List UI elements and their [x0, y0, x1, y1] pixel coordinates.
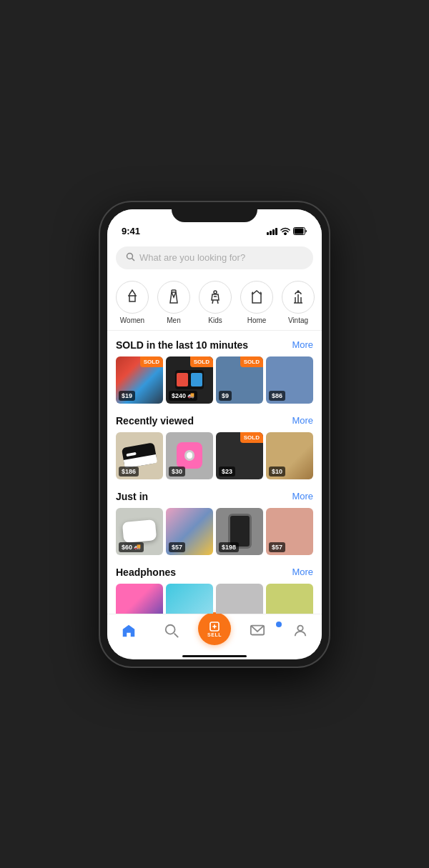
sold-price-3: $86 — [269, 391, 285, 401]
justin-item-2[interactable]: $198 — [216, 508, 263, 555]
svg-line-10 — [217, 300, 218, 304]
sold-section-title: SOLD in the last 10 minutes — [116, 339, 248, 351]
recently-viewed-section: Recently viewed More $186 — [107, 406, 322, 482]
sold-badge-2: SOLD — [240, 356, 263, 367]
justin-price-2: $198 — [219, 542, 239, 552]
status-time: 9:41 — [122, 226, 140, 236]
categories-row: Women Men — [107, 275, 322, 331]
messages-icon — [250, 623, 265, 642]
sold-price-2: $9 — [219, 391, 232, 401]
nav-profile[interactable] — [279, 623, 322, 642]
recently-viewed-more[interactable]: More — [292, 415, 313, 426]
headphones-item-1[interactable] — [166, 584, 213, 614]
sold-price-1: $240 🚚 — [169, 391, 197, 401]
recent-item-1[interactable]: $30 — [166, 432, 213, 479]
recent-item-3[interactable]: $10 — [266, 432, 313, 479]
sold-price-0: $19 — [119, 391, 135, 401]
sold-section: SOLD in the last 10 minutes More SOLD $1… — [107, 331, 322, 406]
svg-line-9 — [212, 300, 213, 304]
main-scroll[interactable]: What are you looking for? Women — [107, 241, 322, 614]
recent-item-0[interactable]: $186 — [116, 432, 163, 479]
phone-notch — [172, 202, 257, 222]
svg-point-3 — [127, 253, 133, 259]
recent-price-2: $23 — [219, 467, 235, 477]
home-indicator — [107, 657, 322, 659]
svg-point-0 — [285, 234, 286, 235]
sold-items-row: SOLD $19 SOLD $240 🚚 — [116, 356, 313, 404]
just-in-title: Just in — [116, 491, 148, 502]
headphones-item-2[interactable] — [216, 584, 263, 614]
bottom-nav: SELL — [107, 614, 322, 657]
category-men-label: Men — [167, 316, 180, 324]
svg-point-15 — [297, 291, 299, 292]
search-nav-icon — [164, 623, 179, 642]
messages-badge — [276, 622, 282, 627]
nav-search[interactable] — [150, 623, 193, 642]
sold-badge-0: SOLD — [140, 356, 163, 367]
search-placeholder: What are you looking for? — [139, 252, 245, 263]
nav-messages[interactable] — [236, 623, 279, 642]
justin-item-3[interactable]: $57 — [266, 508, 313, 555]
justin-item-1[interactable]: $57 — [166, 508, 213, 555]
sell-button[interactable]: SELL — [198, 612, 231, 645]
sold-item-1[interactable]: SOLD $240 🚚 — [166, 356, 213, 404]
sell-label: SELL — [207, 632, 222, 637]
category-kids-label: Kids — [208, 316, 222, 324]
category-home[interactable]: Home — [236, 281, 277, 324]
recently-viewed-items-row: $186 $30 SOLD $23 — [116, 432, 313, 479]
sold-item-3[interactable]: $86 — [266, 356, 313, 404]
recent-price-3: $10 — [269, 467, 285, 477]
svg-point-22 — [297, 625, 302, 630]
signal-icon — [267, 228, 277, 235]
just-in-items-row: $60 🚚 $57 $198 $57 — [116, 508, 313, 555]
svg-line-4 — [132, 258, 135, 261]
justin-price-1: $57 — [169, 542, 185, 552]
status-icons — [267, 227, 307, 236]
category-women-label: Women — [120, 316, 144, 324]
recently-viewed-title: Recently viewed — [116, 415, 194, 426]
svg-line-17 — [174, 633, 179, 637]
headphones-section: Headphones More — [107, 558, 322, 614]
search-bar[interactable]: What are you looking for? — [116, 246, 313, 269]
svg-point-7 — [214, 291, 217, 294]
category-women[interactable]: Women — [112, 281, 153, 324]
justin-price-3: $57 — [269, 542, 285, 552]
category-vintage[interactable]: Vintag — [277, 281, 319, 324]
recent-item-2[interactable]: SOLD $23 — [216, 432, 263, 479]
battery-icon — [293, 227, 307, 236]
wifi-icon — [280, 227, 290, 236]
category-home-label: Home — [247, 316, 267, 324]
headphones-item-3[interactable] — [266, 584, 313, 614]
phone-screen: 9:41 — [107, 209, 322, 659]
category-men[interactable]: Men — [153, 281, 194, 324]
justin-item-0[interactable]: $60 🚚 — [116, 508, 163, 555]
nav-home[interactable] — [107, 623, 150, 642]
recent-price-0: $186 — [119, 467, 139, 477]
headphones-item-0[interactable] — [116, 584, 163, 614]
headphones-title: Headphones — [116, 567, 176, 578]
home-icon — [121, 623, 137, 642]
svg-rect-2 — [295, 228, 304, 234]
nav-sell[interactable]: SELL — [193, 619, 236, 645]
svg-point-16 — [166, 624, 175, 634]
search-icon — [126, 252, 135, 264]
headphones-items-row — [116, 584, 313, 614]
just-in-section: Just in More $60 🚚 $57 — [107, 482, 322, 558]
category-vintage-label: Vintag — [288, 316, 308, 324]
category-kids[interactable]: Kids — [194, 281, 236, 324]
profile-icon — [292, 623, 308, 642]
just-in-more[interactable]: More — [292, 491, 313, 502]
sold-item-0[interactable]: SOLD $19 — [116, 356, 163, 404]
recent-sold-badge-2: SOLD — [240, 432, 263, 443]
svg-rect-6 — [172, 290, 176, 292]
headphones-more[interactable]: More — [292, 567, 313, 577]
recent-price-1: $30 — [169, 467, 185, 477]
sold-item-2[interactable]: SOLD $9 — [216, 356, 263, 404]
sold-section-more[interactable]: More — [292, 339, 313, 350]
justin-price-0: $60 🚚 — [119, 542, 144, 552]
phone-frame: 9:41 — [100, 202, 329, 667]
sold-badge-1: SOLD — [190, 356, 213, 367]
